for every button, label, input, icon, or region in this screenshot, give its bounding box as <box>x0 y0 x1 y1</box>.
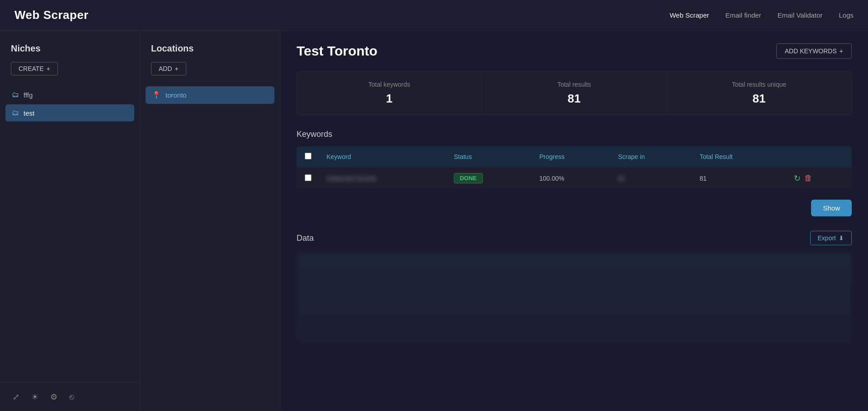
page-title: Test Toronto <box>297 43 377 59</box>
add-location-button[interactable]: ADD + <box>151 62 186 75</box>
keywords-table-body: restaurant toronto DONE 100.00% 0s 81 ↻ … <box>297 168 852 189</box>
refresh-keyword-button[interactable]: ↻ <box>794 173 801 183</box>
folder-icon: 🗂 <box>12 91 19 99</box>
stat-label-results: Total results <box>493 81 656 88</box>
row-total-result-cell: 81 <box>693 168 787 189</box>
clearfix: Show <box>297 200 852 227</box>
col-keyword: Keyword <box>319 146 447 168</box>
col-checkbox <box>297 146 319 168</box>
gear-icon: ⚙ <box>50 392 57 402</box>
stat-value-keywords: 1 <box>308 92 471 106</box>
main-content: Test Toronto ADD KEYWORDS + Total keywor… <box>280 31 868 411</box>
header: Web Scraper Web Scraper Email finder Ema… <box>0 0 868 31</box>
add-keywords-label: ADD KEYWORDS <box>785 47 837 55</box>
row-checkbox-cell <box>297 168 319 189</box>
show-button[interactable]: Show <box>811 200 852 216</box>
folder-icon-test: 🗂 <box>12 109 19 117</box>
sidebar-footer: ⤢ ☀ ⚙ ⎋ <box>0 383 140 411</box>
stat-value-results: 81 <box>493 92 656 106</box>
nav-email-finder[interactable]: Email finder <box>726 11 761 19</box>
locations-list: 📍 toronto <box>140 83 280 108</box>
keywords-table-header-row: Keyword Status Progress Scrape in Total … <box>297 146 852 168</box>
row-progress-cell: 100.00% <box>532 168 611 189</box>
col-actions <box>787 146 852 168</box>
keyword-value-blurred: restaurant toronto <box>326 175 377 182</box>
settings-icon-button[interactable]: ⚙ <box>48 390 59 404</box>
keywords-table-head: Keyword Status Progress Scrape in Total … <box>297 146 852 168</box>
export-button[interactable]: Export ⬇ <box>810 231 852 245</box>
stat-label-keywords: Total keywords <box>308 81 471 88</box>
sun-icon: ☀ <box>31 392 38 402</box>
location-item-toronto[interactable]: 📍 toronto <box>146 86 274 104</box>
keywords-table: Keyword Status Progress Scrape in Total … <box>297 146 852 189</box>
niche-label-fffg: fffg <box>24 91 33 99</box>
stat-label-unique: Total results unique <box>678 81 840 88</box>
col-status: Status <box>447 146 532 168</box>
keyword-row-0: restaurant toronto DONE 100.00% 0s 81 ↻ … <box>297 168 852 189</box>
create-niche-button[interactable]: CREATE + <box>11 62 58 75</box>
export-icon: ⬇ <box>839 234 844 242</box>
col-progress: Progress <box>532 146 611 168</box>
add-keywords-plus-icon: + <box>840 47 843 55</box>
create-plus-icon: + <box>47 65 50 72</box>
row-keyword-cell: restaurant toronto <box>319 168 447 189</box>
logout-icon: ⎋ <box>69 392 74 402</box>
locations-header: Locations ADD + <box>140 31 280 83</box>
stat-total-results: Total results 81 <box>482 72 667 115</box>
delete-keyword-button[interactable]: 🗑 <box>804 173 812 183</box>
theme-icon-button[interactable]: ☀ <box>29 390 40 404</box>
niches-list: 🗂 fffg 🗂 test <box>0 83 140 383</box>
row-action-buttons: ↻ 🗑 <box>794 173 844 183</box>
locations-title: Locations <box>151 43 269 54</box>
status-badge-done: DONE <box>454 173 483 183</box>
locations-panel: Locations ADD + 📍 toronto <box>140 31 280 411</box>
nav-web-scraper[interactable]: Web Scraper <box>670 11 709 19</box>
logout-icon-button[interactable]: ⎋ <box>67 391 76 404</box>
row-actions-cell: ↻ 🗑 <box>787 168 852 189</box>
sidebar: Niches CREATE + 🗂 fffg 🗂 test ⤢ ☀ <box>0 31 140 411</box>
export-label: Export <box>818 234 836 242</box>
stat-value-unique: 81 <box>678 92 840 106</box>
create-label: CREATE <box>19 65 44 72</box>
row-checkbox[interactable] <box>305 174 311 181</box>
expand-icon-button[interactable]: ⤢ <box>11 390 21 404</box>
app-logo: Web Scraper <box>14 8 89 22</box>
location-label-toronto: toronto <box>165 91 187 99</box>
niche-label-test: test <box>24 109 34 117</box>
stat-total-keywords: Total keywords 1 <box>297 72 482 115</box>
data-blur-area <box>297 252 852 343</box>
nav-email-validator[interactable]: Email Validator <box>778 11 823 19</box>
expand-icon: ⤢ <box>13 392 19 402</box>
col-scrape-in: Scrape in <box>611 146 692 168</box>
niches-title: Niches <box>11 43 129 54</box>
location-pin-icon: 📍 <box>152 91 161 99</box>
add-plus-icon: + <box>175 65 179 72</box>
row-status-cell: DONE <box>447 168 532 189</box>
keywords-section-title: Keywords <box>297 130 852 139</box>
data-section-header: Data Export ⬇ <box>297 231 852 245</box>
add-label: ADD <box>159 65 172 72</box>
col-total-result: Total Result <box>693 146 787 168</box>
sidebar-item-test[interactable]: 🗂 test <box>5 104 134 121</box>
sidebar-header: Niches CREATE + <box>0 31 140 83</box>
select-all-checkbox[interactable] <box>305 153 311 159</box>
stats-row: Total keywords 1 Total results 81 Total … <box>297 71 852 115</box>
scrape-in-value-blurred: 0s <box>618 175 625 182</box>
add-keywords-button[interactable]: ADD KEYWORDS + <box>776 43 852 59</box>
sidebar-item-fffg[interactable]: 🗂 fffg <box>5 86 134 103</box>
row-scrape-in-cell: 0s <box>611 168 692 189</box>
main-layout: Niches CREATE + 🗂 fffg 🗂 test ⤢ ☀ <box>0 31 868 411</box>
content-header: Test Toronto ADD KEYWORDS + <box>297 43 852 59</box>
data-section-title: Data <box>297 234 314 243</box>
header-nav: Web Scraper Email finder Email Validator… <box>670 11 854 19</box>
nav-logs[interactable]: Logs <box>839 11 854 19</box>
stat-total-results-unique: Total results unique 81 <box>667 72 851 115</box>
